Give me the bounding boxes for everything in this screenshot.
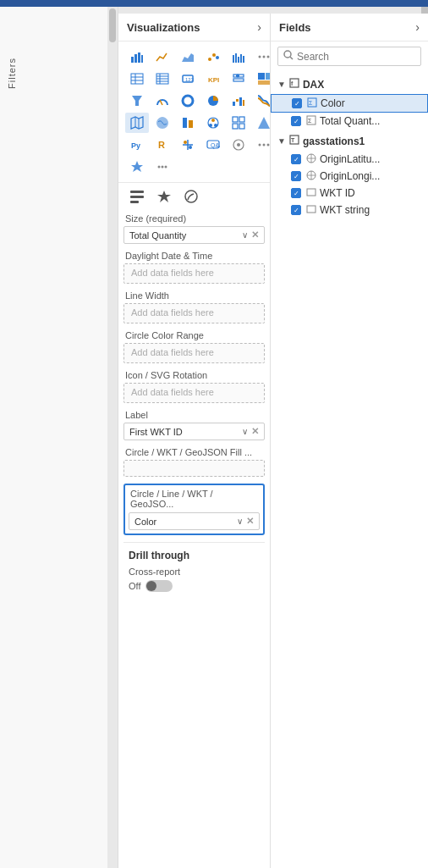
highlighted-field-remove[interactable]: ✕ bbox=[246, 516, 254, 527]
svg-point-14 bbox=[263, 56, 266, 58]
total-quant-checkbox bbox=[291, 116, 301, 126]
top-scrollbar-area bbox=[118, 7, 428, 14]
circle-color-label: Circle Color Range bbox=[123, 330, 265, 340]
svg-point-61 bbox=[189, 146, 192, 149]
svg-rect-3 bbox=[141, 55, 143, 63]
highlighted-field-chevron[interactable]: ∨ bbox=[237, 517, 243, 526]
tree-group-dax-header[interactable]: ▼ f DAX bbox=[271, 75, 428, 94]
analytics-tool-icon[interactable] bbox=[179, 186, 203, 207]
tree-item-origin-long[interactable]: OriginLongi... bbox=[271, 168, 428, 185]
wkt-id-type-icon bbox=[306, 187, 316, 199]
panels-row: Visualizations › bbox=[118, 14, 428, 868]
treemap-icon[interactable] bbox=[252, 69, 271, 89]
circle-color-drop-zone[interactable]: Add data fields here bbox=[123, 343, 265, 363]
dax-chevron: ▼ bbox=[277, 80, 286, 89]
tree-group-dax: ▼ f DAX Σ Col bbox=[271, 75, 428, 130]
label-filled-field[interactable]: First WKT ID ∨ ✕ bbox=[123, 423, 265, 440]
circle-color-section: Circle Color Range Add data fields here bbox=[123, 330, 265, 363]
svg-text:123: 123 bbox=[185, 77, 195, 82]
daylight-drop-zone[interactable]: Add data fields here bbox=[123, 263, 265, 284]
kpi-icon[interactable]: KPI bbox=[201, 69, 225, 89]
viz-expand-icon[interactable]: › bbox=[257, 20, 261, 34]
custom1-icon[interactable] bbox=[176, 113, 200, 133]
waterfall-icon[interactable] bbox=[227, 91, 250, 111]
tree-item-color[interactable]: Σ Color bbox=[271, 94, 428, 113]
svg-rect-53 bbox=[239, 117, 244, 122]
label-field-chevron[interactable]: ∨ bbox=[242, 427, 248, 436]
card-icon[interactable]: 123 bbox=[176, 69, 200, 89]
gasstations-chevron: ▼ bbox=[277, 136, 286, 146]
python-icon[interactable]: Py bbox=[125, 135, 149, 155]
svg-rect-33 bbox=[258, 80, 270, 85]
svg-rect-31 bbox=[258, 73, 265, 80]
wkt-string-label: WKT string bbox=[320, 204, 421, 216]
custom5-icon[interactable] bbox=[227, 135, 250, 155]
r-icon[interactable]: R bbox=[151, 135, 174, 155]
map-icon[interactable] bbox=[125, 113, 149, 133]
size-field-chevron[interactable]: ∨ bbox=[242, 230, 248, 240]
svg-rect-55 bbox=[239, 124, 244, 129]
wkt-string-type-icon bbox=[306, 204, 316, 216]
custom2-icon[interactable] bbox=[201, 113, 225, 133]
top-scrollbar-thumb bbox=[421, 7, 428, 14]
matrix-icon[interactable] bbox=[151, 69, 174, 89]
format-tool-icon[interactable] bbox=[152, 186, 176, 207]
bar-chart-icon[interactable] bbox=[125, 47, 149, 67]
highlighted-label: Circle / Line / WKT / GeoJSO... bbox=[129, 489, 260, 509]
svg-text:R: R bbox=[158, 140, 165, 150]
grouped-bar-icon[interactable] bbox=[227, 47, 250, 67]
svg-point-15 bbox=[267, 56, 270, 58]
area-chart-icon[interactable] bbox=[176, 47, 200, 67]
gasstations-group-icon: T bbox=[289, 135, 299, 147]
custom4-icon[interactable] bbox=[252, 113, 271, 133]
search-input[interactable] bbox=[297, 51, 424, 63]
scroll-thumb bbox=[109, 8, 116, 42]
gasstations-group-label: gasstations1 bbox=[303, 135, 365, 147]
svg-point-66 bbox=[259, 144, 261, 147]
highlighted-filled-field[interactable]: Color ∨ ✕ bbox=[129, 512, 260, 530]
filters-label: Filters bbox=[7, 58, 17, 89]
fields-expand-icon[interactable]: › bbox=[415, 20, 420, 34]
gauge-icon[interactable] bbox=[151, 91, 174, 111]
funnel-icon[interactable] bbox=[125, 91, 149, 111]
table-icon[interactable] bbox=[125, 69, 149, 89]
toggle-switch[interactable] bbox=[145, 580, 173, 592]
qa-icon[interactable]: Q&A bbox=[201, 135, 225, 155]
scatter-icon[interactable] bbox=[201, 47, 225, 67]
tree-item-wkt-id[interactable]: WKT ID bbox=[271, 185, 428, 202]
size-filled-field[interactable]: Total Quantity ∨ ✕ bbox=[123, 226, 265, 244]
geojson-fill-drop-zone[interactable] bbox=[123, 460, 265, 477]
toggle-thumb bbox=[146, 581, 156, 591]
svg-rotation-drop-zone[interactable]: Add data fields here bbox=[123, 383, 265, 403]
filled-map-icon[interactable] bbox=[151, 113, 174, 133]
fields-tree: ▼ f DAX Σ Col bbox=[271, 71, 428, 868]
tree-item-origin-lat[interactable]: OriginLatitu... bbox=[271, 151, 428, 168]
tree-item-total-quant[interactable]: Σ Total Quant... bbox=[271, 113, 428, 130]
tree-group-gasstations-header[interactable]: ▼ T gasstations1 bbox=[271, 131, 428, 151]
svg-point-51 bbox=[214, 124, 217, 127]
svg-text:Σ: Σ bbox=[308, 118, 312, 124]
pie-icon[interactable] bbox=[201, 91, 225, 111]
tree-item-wkt-string[interactable]: WKT string bbox=[271, 202, 428, 218]
svg-rect-8 bbox=[233, 55, 234, 63]
fields-tool-icon[interactable] bbox=[125, 186, 149, 207]
line-width-section: Line Width Add data fields here bbox=[123, 290, 265, 323]
size-field-remove[interactable]: ✕ bbox=[251, 229, 259, 240]
custom3-icon[interactable] bbox=[227, 113, 250, 133]
svg-point-60 bbox=[184, 141, 187, 144]
special1-icon[interactable] bbox=[125, 157, 149, 177]
svg-rect-29 bbox=[233, 79, 244, 81]
donut-icon[interactable] bbox=[176, 91, 200, 111]
slicer-icon[interactable] bbox=[227, 69, 250, 89]
more2-icon[interactable] bbox=[252, 135, 271, 155]
svg-point-71 bbox=[162, 166, 164, 169]
label-field-remove[interactable]: ✕ bbox=[251, 426, 259, 437]
more-viz-icon[interactable] bbox=[252, 47, 271, 67]
viz-icon-grid: 123 KPI bbox=[118, 41, 270, 182]
line-chart-icon[interactable] bbox=[151, 47, 174, 67]
dots-icon[interactable] bbox=[151, 157, 174, 177]
ribbon-icon[interactable] bbox=[252, 91, 271, 111]
svg-rotation-label: Icon / SVG Rotation bbox=[123, 370, 265, 380]
line-width-drop-zone[interactable]: Add data fields here bbox=[123, 303, 265, 323]
decomp-icon[interactable] bbox=[176, 135, 200, 155]
